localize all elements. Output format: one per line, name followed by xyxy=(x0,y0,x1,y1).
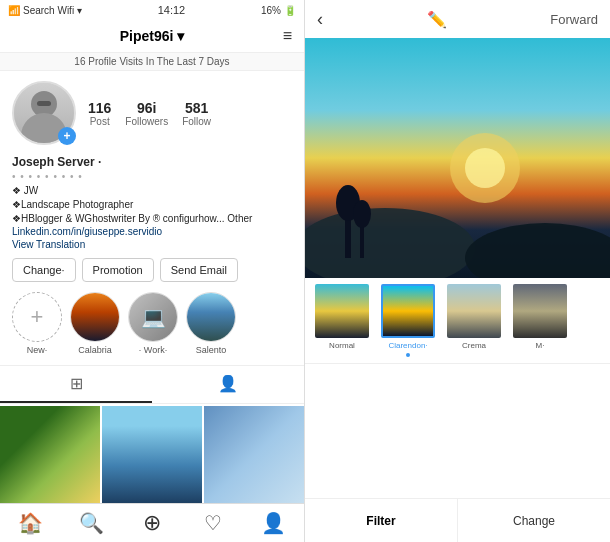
posts-label: Post xyxy=(90,116,110,127)
visits-bar: 16 Profile Visits In The Last 7 Days xyxy=(0,52,304,71)
right-panel: ‹ ✏️ Forward xyxy=(305,0,610,542)
tab-grid[interactable]: ⊞ xyxy=(0,366,152,403)
story-new-label: New· xyxy=(27,345,48,355)
nav-search[interactable]: 🔍 xyxy=(61,510,122,536)
filter-crema-label: Crema xyxy=(462,341,486,350)
filter-crema[interactable]: Crema xyxy=(441,284,507,357)
profile-info-row: + 116 Post 96i Followers 581 Follow xyxy=(0,71,304,155)
grid-icon: ⊞ xyxy=(70,374,83,393)
status-left-text: Search Wifi ▾ xyxy=(23,5,82,16)
story-new[interactable]: + New· xyxy=(12,292,62,355)
visits-text: 16 Profile Visits In The Last 7 Days xyxy=(74,56,229,67)
posts-number: 116 xyxy=(88,100,111,116)
add-icon: ⊕ xyxy=(143,510,161,536)
filter-normal-thumb xyxy=(315,284,369,338)
story-calabria-label: Calabria xyxy=(78,345,112,355)
nav-add[interactable]: ⊕ xyxy=(122,510,183,536)
story-salento-thumb xyxy=(187,293,235,341)
editor-change-tab[interactable]: Change xyxy=(458,499,610,542)
story-salento-circle xyxy=(186,292,236,342)
heart-icon: ♡ xyxy=(204,511,222,535)
stats-row: 116 Post 96i Followers 581 Follow xyxy=(88,100,211,127)
following-label: Follow xyxy=(182,116,211,127)
filter-active-dot xyxy=(406,353,410,357)
story-calabria-thumb xyxy=(71,293,119,341)
story-calabria[interactable]: Calabria xyxy=(70,292,120,355)
hamburger-menu-button[interactable]: ≡ xyxy=(283,27,292,45)
svg-point-8 xyxy=(353,200,371,228)
wand-icon[interactable]: ✏️ xyxy=(427,10,447,29)
stat-posts: 116 Post xyxy=(88,100,111,127)
filter-strip: Normal Clarendon· Crema M· xyxy=(305,278,610,364)
svg-point-2 xyxy=(465,148,505,188)
bio-link[interactable]: Linkedin.com/in/giuseppe.servidio xyxy=(0,226,304,239)
status-left: 📶 Search Wifi ▾ xyxy=(8,5,82,16)
photo-svg xyxy=(305,38,610,278)
user-dots: • • • • • • • • • xyxy=(0,171,304,184)
signal-icon: 📶 xyxy=(8,5,20,16)
bio-line-1: ❖ JW xyxy=(0,184,304,198)
editor-back-button[interactable]: ‹ xyxy=(317,9,323,30)
promotion-button[interactable]: Promotion xyxy=(82,258,154,282)
nav-profile[interactable]: 👤 xyxy=(243,510,304,536)
story-work-label: · Work· xyxy=(139,345,167,355)
editor-filter-tab[interactable]: Filter xyxy=(305,499,458,542)
user-display-name: Joseph Server · xyxy=(0,155,304,171)
profile-icon: 👤 xyxy=(261,511,286,535)
followers-label: Followers xyxy=(125,116,168,127)
photo-grid xyxy=(0,406,304,503)
avatar-container[interactable]: + xyxy=(12,81,76,145)
search-icon: 🔍 xyxy=(79,511,104,535)
tab-tagged[interactable]: 👤 xyxy=(152,366,304,403)
editor-bottom-bar: Filter Change xyxy=(305,498,610,542)
story-calabria-circle xyxy=(70,292,120,342)
battery-icon: 🔋 xyxy=(284,5,296,16)
story-new-circle: + xyxy=(12,292,62,342)
photo-thumb-1 xyxy=(0,406,100,503)
home-icon: 🏠 xyxy=(18,511,43,535)
left-panel: 📶 Search Wifi ▾ 14:12 16% 🔋 Pipet96i ▾ ≡… xyxy=(0,0,305,542)
editor-change-label: Change xyxy=(513,514,555,528)
photo-thumb-3 xyxy=(204,406,304,503)
filter-normal[interactable]: Normal xyxy=(309,284,375,357)
bio-line-3: ❖HBlogger & WGhostwriter By ® configurho… xyxy=(0,212,304,226)
profile-username[interactable]: Pipet96i ▾ xyxy=(120,28,185,44)
stat-following: 581 Follow xyxy=(182,100,211,127)
profile-header: Pipet96i ▾ ≡ xyxy=(0,20,304,52)
filter-clarendon-thumb xyxy=(381,284,435,338)
filter-m[interactable]: M· xyxy=(507,284,573,357)
status-time: 14:12 xyxy=(158,4,186,16)
person-tag-icon: 👤 xyxy=(218,374,238,393)
filter-clarendon-label: Clarendon· xyxy=(388,341,427,350)
story-salento-label: Salento xyxy=(196,345,227,355)
editor-tools: ✏️ xyxy=(427,10,447,29)
photo-cell-1[interactable] xyxy=(0,406,100,503)
filter-m-thumb xyxy=(513,284,567,338)
filter-clarendon[interactable]: Clarendon· xyxy=(375,284,441,357)
filter-m-label: M· xyxy=(536,341,545,350)
change-button[interactable]: Change· xyxy=(12,258,76,282)
send-email-button[interactable]: Send Email xyxy=(160,258,238,282)
view-translation-button[interactable]: View Translation xyxy=(0,239,304,258)
stat-followers: 96i Followers xyxy=(125,100,168,127)
add-avatar-button[interactable]: + xyxy=(58,127,76,145)
nav-home[interactable]: 🏠 xyxy=(0,510,61,536)
bottom-nav: 🏠 🔍 ⊕ ♡ 👤 xyxy=(0,503,304,542)
photo-thumb-2 xyxy=(102,406,202,503)
story-work[interactable]: 💻 · Work· xyxy=(128,292,178,355)
story-work-thumb: 💻 xyxy=(129,293,177,341)
status-bar: 📶 Search Wifi ▾ 14:12 16% 🔋 xyxy=(0,0,304,20)
status-right: 16% 🔋 xyxy=(261,5,296,16)
story-salento[interactable]: Salento xyxy=(186,292,236,355)
filter-crema-thumb xyxy=(447,284,501,338)
photo-cell-3[interactable] xyxy=(204,406,304,503)
bio-line-2: ❖Landscape Photographer xyxy=(0,198,304,212)
tab-bar: ⊞ 👤 xyxy=(0,365,304,404)
editor-filter-label: Filter xyxy=(366,514,395,528)
photo-cell-2[interactable] xyxy=(102,406,202,503)
editor-forward-button[interactable]: Forward xyxy=(550,12,598,27)
nav-heart[interactable]: ♡ xyxy=(182,510,243,536)
story-work-circle: 💻 xyxy=(128,292,178,342)
battery-text: 16% xyxy=(261,5,281,16)
main-photo xyxy=(305,38,610,278)
